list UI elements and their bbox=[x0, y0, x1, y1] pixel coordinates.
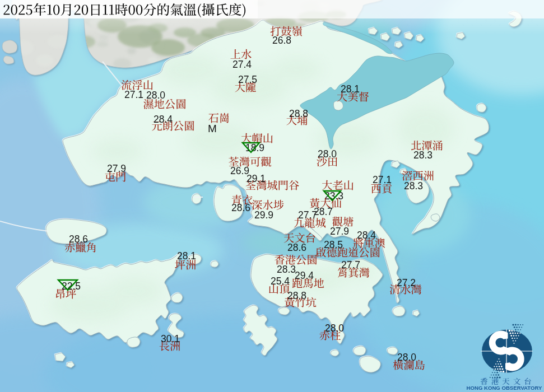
svg-text:M: M bbox=[208, 123, 217, 134]
svg-text:28.0: 28.0 bbox=[318, 148, 337, 160]
svg-text:23.3: 23.3 bbox=[324, 190, 343, 202]
svg-text:27.7: 27.7 bbox=[298, 209, 317, 221]
svg-text:28.6: 28.6 bbox=[287, 242, 306, 253]
svg-text:28.8: 28.8 bbox=[289, 108, 308, 119]
svg-text:28.0: 28.0 bbox=[397, 352, 416, 363]
svg-text:28.6: 28.6 bbox=[69, 234, 88, 245]
svg-text:27.1: 27.1 bbox=[124, 89, 143, 100]
svg-text:27.1: 27.1 bbox=[373, 174, 392, 185]
svg-text:HONG KONG OBSERVATORY: HONG KONG OBSERVATORY bbox=[467, 385, 542, 391]
svg-text:27.4: 27.4 bbox=[233, 59, 252, 70]
svg-text:26.8: 26.8 bbox=[272, 35, 291, 46]
svg-text:29.4: 29.4 bbox=[295, 270, 314, 281]
svg-text:27.5: 27.5 bbox=[238, 74, 257, 85]
svg-text:30.1: 30.1 bbox=[161, 333, 180, 344]
svg-text:28.8: 28.8 bbox=[287, 290, 306, 301]
svg-text:27.2: 27.2 bbox=[397, 277, 416, 288]
svg-text:25.4: 25.4 bbox=[271, 276, 290, 287]
svg-text:28.4: 28.4 bbox=[357, 230, 376, 241]
svg-text:27.9: 27.9 bbox=[330, 226, 349, 237]
svg-text:28.4: 28.4 bbox=[154, 114, 173, 125]
svg-text:29.9: 29.9 bbox=[254, 209, 273, 221]
svg-text:27.9: 27.9 bbox=[107, 163, 126, 174]
svg-text:28.0: 28.0 bbox=[146, 90, 165, 101]
svg-text:28.3: 28.3 bbox=[404, 180, 423, 192]
svg-text:27.7: 27.7 bbox=[341, 259, 360, 270]
svg-text:29.1: 29.1 bbox=[247, 173, 266, 184]
svg-text:28.6: 28.6 bbox=[231, 202, 250, 213]
svg-text:28.0: 28.0 bbox=[325, 323, 344, 334]
svg-text:28.3: 28.3 bbox=[413, 150, 433, 161]
svg-text:28.5: 28.5 bbox=[324, 239, 343, 250]
svg-text:28.1: 28.1 bbox=[341, 83, 360, 95]
svg-text:28.3: 28.3 bbox=[277, 264, 296, 275]
svg-text:28.1: 28.1 bbox=[177, 250, 196, 262]
